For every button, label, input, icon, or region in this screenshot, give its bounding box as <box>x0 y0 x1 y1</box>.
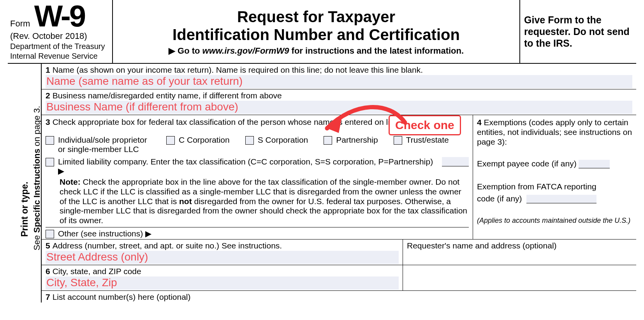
main-column: 1Name (as shown on your income tax retur… <box>41 64 636 303</box>
note-not: not <box>179 197 192 206</box>
line-2-num: 2 <box>46 91 50 100</box>
checkbox-other[interactable] <box>46 230 54 238</box>
dept-line-1: Department of the Treasury <box>10 42 109 51</box>
line-7: 7List account number(s) here (optional) <box>42 291 636 303</box>
line-5: 5Address (number, street, and apt. or su… <box>42 240 403 265</box>
line-5-text: Address (number, street, and apt. or sui… <box>53 241 282 250</box>
side-print-type: Print or type. <box>19 182 30 237</box>
exempt-payee-field[interactable] <box>579 160 610 168</box>
line-2: 2Business name/disregarded entity name, … <box>42 89 636 115</box>
dept-line-2: Internal Revenue Service <box>10 52 109 61</box>
line-1-text: Name (as shown on your income tax return… <box>53 65 423 74</box>
goto-line: ▶ Go to www.irs.gov/FormW9 for instructi… <box>117 46 516 56</box>
line-6-text: City, state, and ZIP code <box>53 267 141 276</box>
line-1-fill[interactable]: Name (same name as of your tax return) <box>46 75 632 88</box>
side-specific: Specific Instructions <box>32 149 42 233</box>
side-page: on page 3. <box>32 106 42 149</box>
give-form-text: Give Form to the requester. Do not send … <box>524 14 632 49</box>
checkbox-scorp-label: S Corporation <box>258 135 308 145</box>
requester-box-continued <box>403 265 636 290</box>
w9-form: Form W-9 (Rev. October 2018) Department … <box>0 0 644 303</box>
line-4: 4 Exemptions (codes apply only to certai… <box>473 115 636 239</box>
side-see: See <box>32 233 42 250</box>
checkbox-individual[interactable] <box>46 136 54 145</box>
line-2-fill[interactable]: Business Name (if different from above) <box>46 101 632 114</box>
checkbox-other-label: Other (see instructions) ▶ <box>58 229 151 238</box>
line-1-num: 1 <box>46 65 50 74</box>
fatca-row: Exemption from FATCA reporting code (if … <box>477 182 632 203</box>
check-one-text: Check one <box>395 119 454 131</box>
revision-date: (Rev. October 2018) <box>10 31 109 41</box>
checkbox-row-1: Individual/sole proprietor or single-mem… <box>46 135 469 154</box>
line-7-text: List account number(s) here (optional) <box>53 292 191 301</box>
note-label: Note: <box>60 177 81 186</box>
line-7-num: 7 <box>46 292 50 301</box>
line-6-row: 6City, state, and ZIP code City, State, … <box>42 265 636 291</box>
line-5-row: 5Address (number, street, and apt. or su… <box>42 240 636 265</box>
line-4-text: Exemptions (codes apply only to certain … <box>477 118 632 146</box>
checkbox-llc[interactable] <box>46 158 54 166</box>
form-title-1: Request for Taxpayer <box>117 8 516 26</box>
checkbox-llc-label: Limited liability company. Enter the tax… <box>58 157 436 176</box>
checkbox-partnership-label: Partnership <box>336 135 378 145</box>
form-header: Form W-9 (Rev. October 2018) Department … <box>8 0 636 64</box>
line-1: 1Name (as shown on your income tax retur… <box>42 64 636 89</box>
requester-label: Requester's name and address (optional) <box>407 241 557 250</box>
line-4-num: 4 <box>477 118 482 127</box>
fatca-applies-note: (Applies to accounts maintained outside … <box>477 217 632 225</box>
checkbox-scorp[interactable] <box>245 136 254 145</box>
header-left: Form W-9 (Rev. October 2018) Department … <box>8 0 113 63</box>
form-word: Form <box>10 19 30 29</box>
checkbox-individual-label: Individual/sole proprietor or single-mem… <box>58 135 151 154</box>
side-instructions: See Specific Instructions on page 3. <box>32 106 42 250</box>
fatca-label-2: code (if any) <box>477 194 522 203</box>
line-6: 6City, state, and ZIP code City, State, … <box>42 265 403 290</box>
checkbox-ccorp[interactable] <box>166 136 175 145</box>
form-number: W-9 <box>34 4 84 28</box>
header-right: Give Form to the requester. Do not send … <box>519 0 636 63</box>
requester-box: Requester's name and address (optional) <box>403 240 636 265</box>
fatca-label-1: Exemption from FATCA reporting <box>477 182 632 191</box>
check-one-callout: Check one <box>389 115 461 135</box>
llc-classification-field[interactable] <box>442 157 469 166</box>
checkbox-llc-row: Limited liability company. Enter the tax… <box>46 157 469 176</box>
goto-prefix: ▶ Go to <box>169 46 200 56</box>
side-column: Print or type. See Specific Instructions… <box>8 64 41 303</box>
goto-url: www.irs.gov/FormW9 <box>202 46 289 56</box>
exempt-payee-label: Exempt payee code (if any) <box>477 159 577 168</box>
checkbox-trust-label: Trust/estate <box>406 135 449 145</box>
checkbox-ccorp-label: C Corporation <box>179 135 230 145</box>
line-6-fill[interactable]: City, State, Zip <box>46 276 399 290</box>
goto-suffix: for instructions and the latest informat… <box>292 46 464 56</box>
line-3-4-row: 3Check appropriate box for federal tax c… <box>42 115 636 240</box>
line-3-text: Check appropriate box for federal tax cl… <box>53 117 408 126</box>
form-title-2: Identification Number and Certification <box>117 26 516 44</box>
checkbox-partnership[interactable] <box>324 136 332 145</box>
line-2-text: Business name/disregarded entity name, i… <box>53 91 282 100</box>
fatca-field[interactable] <box>526 195 596 203</box>
line-5-num: 5 <box>46 241 50 250</box>
llc-note: Note: Check the appropriate box in the l… <box>60 177 469 226</box>
header-center: Request for Taxpayer Identification Numb… <box>113 0 519 63</box>
line-6-num: 6 <box>46 267 50 276</box>
line-3-num: 3 <box>46 117 50 126</box>
form-body: Print or type. See Specific Instructions… <box>8 64 636 303</box>
exempt-payee-row: Exempt payee code (if any) <box>477 159 632 168</box>
checkbox-trust[interactable] <box>394 136 402 145</box>
line-5-fill[interactable]: Street Address (only) <box>46 251 399 264</box>
checkbox-other-row: Other (see instructions) ▶ <box>46 227 469 238</box>
